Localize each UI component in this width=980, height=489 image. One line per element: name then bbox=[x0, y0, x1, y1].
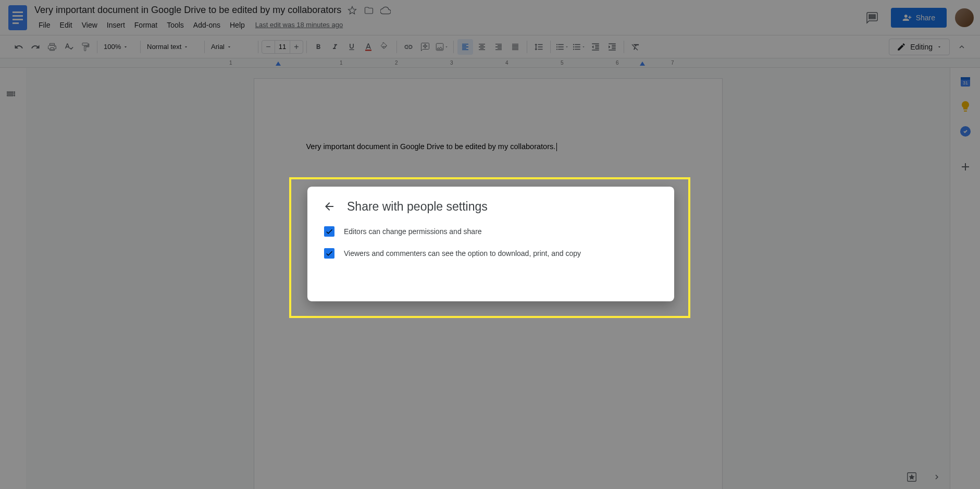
dialog-body: Share with people settings Editors can c… bbox=[307, 187, 674, 301]
dialog-header: Share with people settings bbox=[322, 199, 660, 214]
checkbox-row-viewers: Viewers and commenters can see the optio… bbox=[322, 248, 660, 259]
dialog-title: Share with people settings bbox=[347, 200, 488, 214]
checkbox-editors-permissions[interactable] bbox=[324, 226, 334, 237]
back-button[interactable] bbox=[322, 199, 337, 214]
checkbox-label: Editors can change permissions and share bbox=[344, 227, 482, 236]
share-settings-dialog: Share with people settings Editors can c… bbox=[307, 187, 674, 301]
checkbox-row-editors: Editors can change permissions and share bbox=[322, 226, 660, 237]
checkbox-label: Viewers and commenters can see the optio… bbox=[344, 249, 581, 258]
checkbox-viewers-download[interactable] bbox=[324, 248, 334, 259]
